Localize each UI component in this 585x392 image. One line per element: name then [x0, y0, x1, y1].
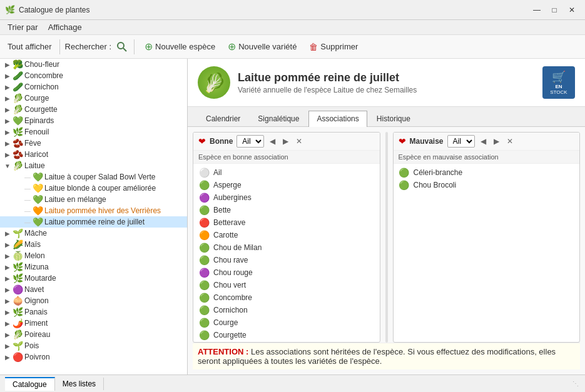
tree-item[interactable]: —💚Laitue en mélange — [0, 194, 187, 205]
tree-expander[interactable]: ▶ — [3, 298, 13, 304]
tree-item[interactable]: ▶🔴Poivron — [0, 351, 187, 363]
tree-item[interactable]: ▶🌿Moutarde — [0, 273, 187, 284]
tree-item[interactable]: ▼🥬Laitue — [0, 160, 187, 171]
status-tab-mes-listes[interactable]: Mes listes — [55, 378, 104, 390]
bonne-association-item[interactable]: 🟢Cornichon — [193, 304, 380, 316]
tree-item[interactable]: ▶🥒Cornichon — [0, 81, 187, 93]
bonne-association-item[interactable]: 🟣Chou rouge — [193, 266, 380, 279]
bonne-association-item[interactable]: 🟢Courge — [193, 316, 380, 329]
search-label: Rechercher : — [65, 42, 111, 51]
tree-expander[interactable]: ▶ — [3, 106, 13, 113]
tree-expander[interactable]: ▶ — [3, 320, 13, 327]
tree-expander[interactable]: ▶ — [3, 286, 13, 293]
tree-expander[interactable]: ▶ — [3, 73, 13, 79]
tree-item[interactable]: ▶🌶️Piment — [0, 318, 187, 329]
tree-item[interactable]: ▶🌿Fenouil — [0, 126, 187, 138]
mauvaise-association-item[interactable]: 🟢Céleri-branche — [394, 166, 580, 179]
bonne-association-item[interactable]: 🟠Carotte — [193, 229, 380, 241]
tree-expander[interactable]: ▶ — [3, 264, 13, 271]
bonne-association-item[interactable]: ⚪Ail — [193, 166, 380, 179]
tree-item[interactable]: ▶🥒Concombre — [0, 70, 187, 81]
bonne-association-item[interactable]: 🟣Aubergines — [193, 191, 380, 204]
tree-expander[interactable]: ▶ — [3, 61, 13, 68]
close-button[interactable]: ✕ — [564, 4, 580, 16]
bonne-select[interactable]: Ail — [237, 135, 264, 148]
window-controls: — □ ✕ — [529, 4, 580, 16]
tree-item[interactable]: —💛Laitue blonde à couper améliorée — [0, 183, 187, 194]
tree-item[interactable]: ▶💚Epinards — [0, 115, 187, 126]
tree-expander[interactable]: ▶ — [3, 343, 13, 349]
supprimer-button[interactable]: 🗑 Supprimer — [304, 39, 363, 54]
search-button[interactable] — [115, 40, 129, 54]
tree-item[interactable]: ▶🌱Pois — [0, 340, 187, 351]
bonne-association-item[interactable]: 🟢Concombre — [193, 291, 380, 304]
bonne-association-item[interactable]: 🟢Chou vert — [193, 279, 380, 291]
bonne-prev-btn[interactable]: ◀ — [268, 136, 277, 146]
tree-item[interactable]: ▶🧅Oignon — [0, 295, 187, 306]
bonne-delete-btn[interactable]: ✕ — [294, 136, 304, 146]
tree-expander[interactable]: ▶ — [3, 95, 13, 102]
tree-item[interactable]: ▶🥬Poireau — [0, 329, 187, 340]
tree-expander[interactable]: ▶ — [3, 151, 13, 158]
menu-trier-par[interactable]: Trier par — [3, 21, 43, 33]
tab-associations[interactable]: Associations — [308, 111, 367, 127]
bonne-association-item[interactable]: 🟢Chou rave — [193, 254, 380, 266]
bonne-association-item[interactable]: 🟢Asperge — [193, 179, 380, 191]
tree-item[interactable]: ▶🌱Mâche — [0, 228, 187, 239]
tree-expander[interactable]: — — [23, 185, 33, 192]
bonne-panel-header: ❤ Bonne Ail ◀ ▶ ✕ — [193, 133, 380, 151]
nouvelle-variete-button[interactable]: ⊕ Nouvelle variété — [223, 38, 302, 55]
tree-item[interactable]: —🧡Laitue pommée hiver des Verrières — [0, 205, 187, 216]
tree-item[interactable]: ▶🌽Maïs — [0, 239, 187, 250]
tab-historique[interactable]: Historique — [369, 111, 419, 126]
tab-calendrier[interactable]: Calendrier — [198, 111, 248, 126]
tree-item[interactable]: ▶🍈Melon — [0, 250, 187, 261]
tree-item[interactable]: ▶🫘Fève — [0, 138, 187, 149]
tree-expander[interactable]: — — [23, 174, 33, 181]
bonne-association-item[interactable]: 🔴Betterave — [193, 216, 380, 229]
menu-affichage[interactable]: Affichage — [43, 21, 87, 33]
nouvelle-espece-button[interactable]: ⊕ Nouvelle espèce — [140, 38, 220, 55]
bonne-item-icon: 🟢 — [198, 180, 210, 190]
tree-expander[interactable]: ▶ — [3, 331, 13, 338]
tree-expander[interactable]: — — [23, 208, 33, 214]
tree-expander[interactable]: — — [23, 196, 33, 203]
mauvaise-prev-btn[interactable]: ◀ — [479, 136, 488, 146]
bonne-association-item[interactable]: ⚪Echalote — [193, 341, 380, 342]
tree-expander[interactable]: ▶ — [3, 253, 13, 259]
tree-item[interactable]: ▶🫘Haricot — [0, 149, 187, 160]
maximize-button[interactable]: □ — [546, 4, 562, 16]
tout-afficher-link[interactable]: Tout afficher — [5, 41, 54, 53]
tree-expander[interactable]: ▶ — [3, 129, 13, 136]
tree-expander[interactable]: — — [23, 219, 33, 226]
tree-expander[interactable]: ▶ — [3, 275, 13, 282]
tab-signaletique[interactable]: Signalétique — [250, 111, 307, 126]
tree-item[interactable]: ▶🥦Chou-fleur — [0, 59, 187, 70]
minimize-button[interactable]: — — [529, 4, 545, 16]
mauvaise-next-btn[interactable]: ▶ — [492, 136, 501, 146]
bonne-association-item[interactable]: 🟢Bette — [193, 204, 380, 216]
tree-expander[interactable]: ▶ — [3, 140, 13, 147]
bonne-next-btn[interactable]: ▶ — [281, 136, 290, 146]
mauvaise-association-item[interactable]: 🟢Chou Brocoli — [394, 179, 580, 191]
tree-expander[interactable]: ▶ — [3, 309, 13, 316]
tree-item[interactable]: ▶🌿Panais — [0, 306, 187, 318]
bonne-association-item[interactable]: 🟢Chou de Milan — [193, 241, 380, 254]
plus-icon-espece: ⊕ — [145, 41, 153, 53]
mauvaise-delete-btn[interactable]: ✕ — [505, 136, 515, 146]
tree-expander[interactable]: ▶ — [3, 230, 13, 237]
tree-item[interactable]: ▶🌿Mizuna — [0, 261, 187, 273]
tree-expander[interactable]: ▼ — [3, 163, 13, 169]
tree-item[interactable]: ▶🥬Courge — [0, 93, 187, 104]
status-tab-catalogue[interactable]: Catalogue — [5, 377, 55, 391]
mauvaise-select[interactable]: Ail — [447, 135, 475, 148]
tree-item[interactable]: —💚Laitue à couper Salad Bowl Verte — [0, 171, 187, 183]
bonne-association-item[interactable]: 🟢Courgette — [193, 329, 380, 341]
tree-item[interactable]: ▶🟣Navet — [0, 284, 187, 295]
tree-item[interactable]: ▶🥬Courgette — [0, 104, 187, 115]
tree-expander[interactable]: ▶ — [3, 241, 13, 248]
tree-expander[interactable]: ▶ — [3, 84, 13, 91]
tree-expander[interactable]: ▶ — [3, 118, 13, 124]
tree-expander[interactable]: ▶ — [3, 354, 13, 361]
tree-item[interactable]: —💚Laitue pommée reine de juillet — [0, 216, 187, 228]
